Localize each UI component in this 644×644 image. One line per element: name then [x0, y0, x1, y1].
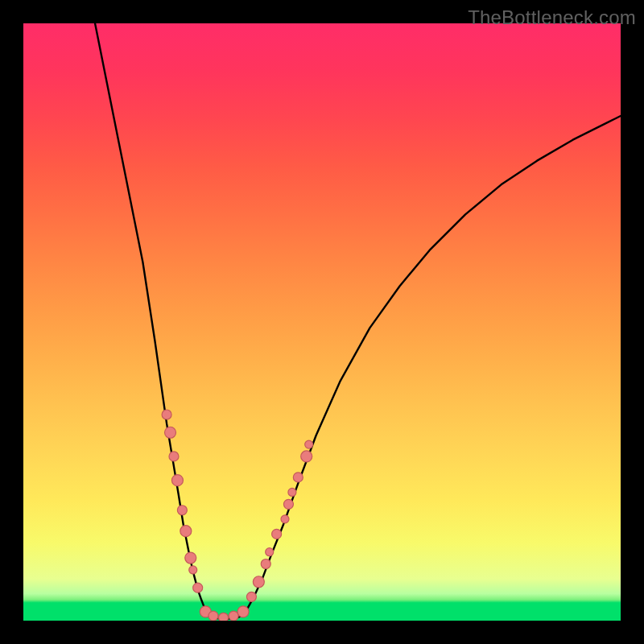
scatter-dot — [237, 606, 249, 617]
curve-right-branch — [242, 116, 621, 616]
scatter-dot — [253, 576, 264, 588]
scatter-dot — [266, 548, 274, 556]
scatter-dot — [261, 559, 270, 569]
chart-canvas: TheBottleneck.com — [0, 0, 644, 644]
scatter-dot — [229, 611, 238, 621]
scatter-dot — [189, 566, 197, 574]
scatter-dot — [283, 499, 293, 509]
scatter-dot — [305, 440, 313, 448]
scatter-dot — [288, 488, 296, 496]
scatter-dot — [162, 410, 171, 419]
scatter-dot — [293, 473, 303, 482]
curve-left-branch — [95, 23, 210, 616]
scatter-dot — [281, 515, 289, 523]
scatter-dot — [165, 427, 176, 438]
scatter-dot — [177, 506, 187, 515]
scatter-dot — [301, 451, 312, 462]
plot-area — [23, 23, 621, 621]
scatter-dot — [208, 611, 218, 621]
scatter-dot — [246, 592, 256, 601]
scatter-markers — [162, 410, 313, 621]
chart-svg — [23, 23, 621, 621]
curve-lines — [95, 23, 621, 619]
scatter-dot — [272, 529, 282, 539]
scatter-dot — [193, 583, 203, 592]
scatter-dot — [180, 526, 192, 537]
watermark-text: TheBottleneck.com — [468, 6, 636, 29]
scatter-dot — [169, 452, 179, 461]
scatter-dot — [185, 552, 196, 564]
scatter-dot — [219, 613, 229, 621]
scatter-dot — [171, 475, 183, 486]
